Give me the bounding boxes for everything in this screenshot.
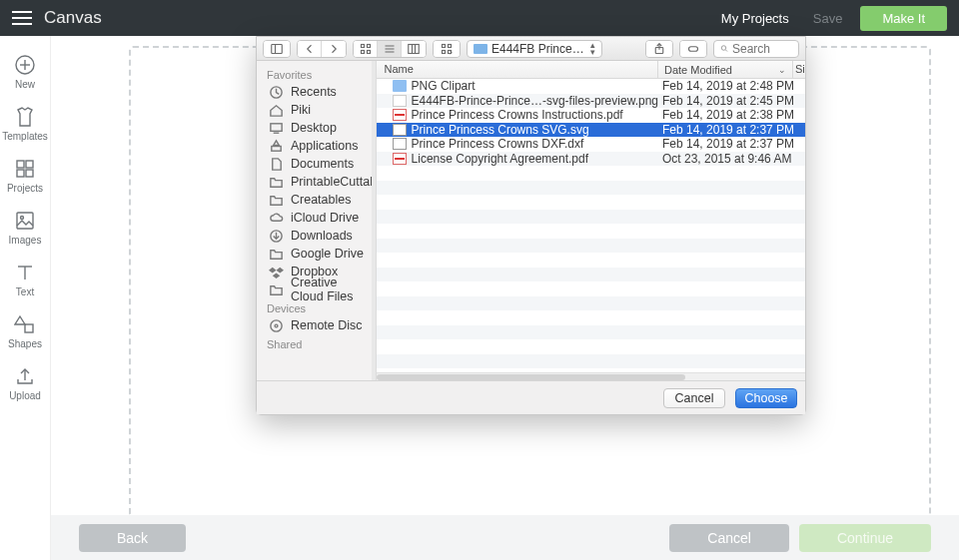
sidebar-item[interactable]: Desktop (257, 119, 376, 137)
rail-item-templates[interactable]: Templates (0, 98, 51, 150)
svg-rect-37 (272, 146, 281, 151)
folder-icon (269, 282, 284, 297)
sidebar-item[interactable]: Piki (257, 101, 376, 119)
tags-button[interactable] (680, 41, 706, 57)
file-row[interactable]: Prince Princess Crowns DXF.dxfFeb 14, 20… (377, 137, 805, 152)
my-projects-link[interactable]: My Projects (715, 7, 795, 30)
sidebar-item-label: Downloads (291, 229, 353, 243)
svg-point-8 (21, 217, 24, 220)
file-row[interactable]: Prince Princess Crowns Instructions.pdfF… (377, 108, 805, 123)
sidebar-item[interactable]: Documents (257, 155, 376, 173)
rail-item-upload[interactable]: Upload (0, 357, 51, 409)
dropbox-icon (269, 265, 284, 280)
sidebar-item-label: iCloud Drive (291, 211, 359, 225)
svg-rect-16 (361, 44, 364, 47)
file-row[interactable]: License Copyright Agreement.pdfOct 23, 2… (377, 152, 805, 167)
file-row[interactable]: PNG ClipartFeb 14, 2019 at 2:48 PM (377, 79, 805, 94)
svg-rect-7 (17, 213, 33, 229)
sidebar-resize-handle[interactable] (372, 61, 376, 380)
sidebar-item[interactable]: Recents (257, 83, 376, 101)
svg-point-39 (271, 319, 282, 330)
sidebar-item[interactable]: Remote Disc (257, 316, 376, 334)
file-row[interactable]: Prince Princess Crowns SVG.svgFeb 14, 20… (377, 123, 805, 138)
icon-view-button[interactable] (354, 41, 378, 57)
file-name: License Copyright Agreement.pdf (412, 152, 588, 166)
file-row-empty (377, 210, 805, 225)
file-date: Feb 14, 2019 at 2:45 PM (658, 94, 805, 108)
sidebar-item-label: Applications (291, 139, 358, 153)
file-name: Prince Princess Crowns DXF.dxf (412, 137, 584, 151)
column-header-name[interactable]: Name (377, 61, 658, 78)
view-mode-group (353, 40, 427, 58)
file-row-empty (377, 325, 805, 340)
app-cancel-button[interactable]: Cancel (669, 524, 789, 552)
file-row-empty (377, 354, 805, 369)
file-list-header: Name Date Modified ⌄ Si (377, 61, 805, 79)
document-icon (269, 157, 284, 172)
save-link[interactable]: Save (807, 7, 849, 30)
file-date: Feb 14, 2019 at 2:38 PM (658, 108, 805, 122)
horizontal-scrollbar[interactable] (377, 372, 805, 380)
column-view-button[interactable] (402, 41, 426, 57)
dialog-footer: Cancel Choose (257, 380, 805, 414)
sidebar-item[interactable]: PrintableCuttableCr… (257, 173, 376, 191)
svg-rect-17 (367, 44, 370, 47)
download-circle-icon (269, 229, 284, 244)
rail-item-text[interactable]: Text (0, 254, 51, 305)
sidebar-item[interactable]: iCloud Drive (257, 209, 376, 227)
list-view-button[interactable] (378, 41, 402, 57)
back-button[interactable] (298, 41, 322, 57)
svg-rect-28 (443, 50, 446, 53)
file-rows: PNG ClipartFeb 14, 2019 at 2:48 PME444FB… (377, 79, 805, 372)
sidebar-item[interactable]: Creative Cloud Files (257, 280, 376, 298)
svg-rect-31 (689, 46, 698, 51)
sidebar-item[interactable]: Downloads (257, 227, 376, 245)
shirt-icon (14, 106, 36, 128)
text-icon (14, 262, 36, 283)
svg-rect-26 (443, 44, 446, 47)
file-row[interactable]: E444FB-Prince-Prince…-svg-files-preview.… (377, 94, 805, 109)
folder-icon (269, 193, 284, 208)
app-back-button[interactable]: Back (79, 524, 186, 552)
dialog-cancel-button[interactable]: Cancel (663, 388, 725, 408)
file-type-icon (393, 124, 407, 136)
file-type-icon (393, 95, 407, 107)
rail-item-label: Projects (7, 183, 43, 194)
arrange-button[interactable] (434, 41, 460, 57)
file-open-dialog: E444FB Prince & Princ… ▴▾ Fa (256, 36, 806, 415)
search-box[interactable] (713, 40, 799, 58)
sidebar-item[interactable]: Applications (257, 137, 376, 155)
file-row-empty (377, 239, 805, 254)
left-rail: NewTemplatesProjectsImagesTextShapesUplo… (0, 36, 51, 560)
cloud-icon (269, 211, 284, 226)
shapes-icon (14, 313, 36, 335)
app-bottom-bar: Back Cancel Continue (51, 515, 959, 560)
folder-path-popup[interactable]: E444FB Prince & Princ… ▴▾ (467, 40, 602, 58)
search-input[interactable] (732, 42, 792, 56)
svg-rect-23 (409, 44, 420, 53)
toggle-sidebar-button[interactable] (264, 41, 290, 57)
rail-item-images[interactable]: Images (0, 202, 51, 254)
file-date: Feb 14, 2019 at 2:37 PM (658, 137, 805, 151)
rail-item-new[interactable]: New (0, 46, 51, 98)
rail-item-projects[interactable]: Projects (0, 150, 51, 202)
dialog-choose-button[interactable]: Choose (735, 388, 797, 408)
file-type-icon (393, 80, 407, 92)
menu-icon[interactable] (12, 11, 32, 25)
svg-marker-11 (15, 316, 25, 324)
sidebar-item-label: Google Drive (291, 247, 364, 261)
app-continue-button[interactable]: Continue (799, 524, 931, 552)
file-list-pane: Name Date Modified ⌄ Si PNG ClipartFeb 1… (377, 61, 805, 380)
rail-item-shapes[interactable]: Shapes (0, 305, 51, 357)
column-header-size[interactable]: Si (793, 61, 805, 78)
sidebar-item[interactable]: Creatables (257, 191, 376, 209)
sidebar-item[interactable]: Google Drive (257, 245, 376, 263)
make-it-button[interactable]: Make It (860, 6, 947, 31)
share-button[interactable] (646, 41, 672, 57)
column-header-date[interactable]: Date Modified ⌄ (658, 61, 793, 78)
rail-item-label: Templates (2, 131, 48, 142)
forward-button[interactable] (322, 41, 346, 57)
sidebar-item-label: PrintableCuttableCr… (291, 175, 377, 189)
file-row-empty (377, 195, 805, 210)
svg-rect-19 (367, 50, 370, 53)
